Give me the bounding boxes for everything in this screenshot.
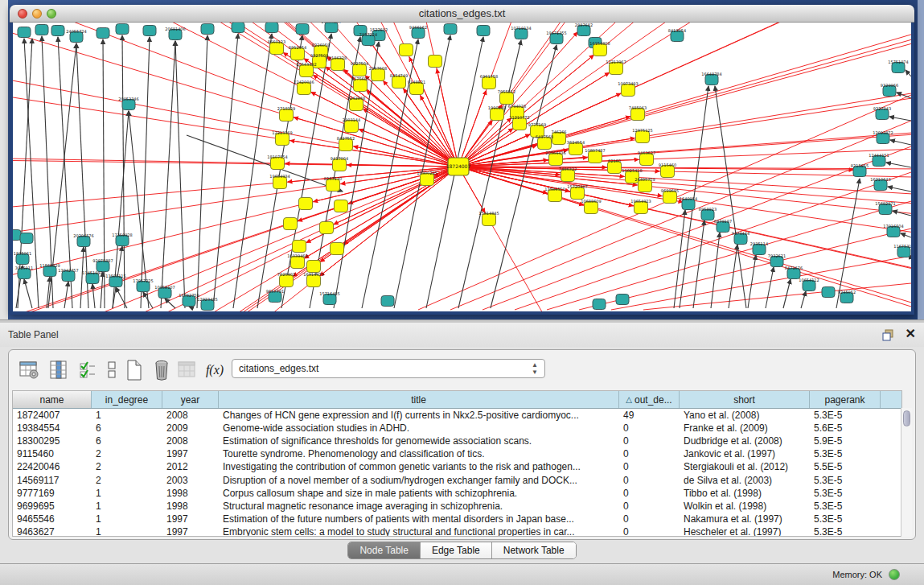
table-cell[interactable]: 2008 (162, 409, 219, 422)
graph-node[interactable] (331, 243, 344, 255)
table-cell[interactable]: 2008 (162, 435, 219, 447)
table-cell[interactable]: 1997 (162, 513, 219, 525)
table-cell[interactable]: 5.3E-5 (810, 513, 881, 525)
table-cell[interactable]: 0 (619, 525, 680, 537)
table-cell[interactable]: 5.3E-5 (810, 409, 881, 422)
graph-node[interactable] (400, 44, 413, 56)
table-cell[interactable]: 1 (92, 487, 162, 500)
table-scrollbar[interactable] (901, 408, 912, 537)
table-cell[interactable]: 6 (92, 422, 162, 435)
table-row[interactable]: 1456911722003Disruption of a novel membe… (13, 473, 901, 486)
table-cell[interactable]: 1997 (162, 525, 219, 537)
table-cell[interactable]: 9777169 (13, 487, 92, 500)
import-table-icon[interactable] (176, 360, 199, 381)
table-cell[interactable]: 9465546 (13, 513, 92, 525)
window-titlebar[interactable]: citations_edges.txt (10, 5, 914, 23)
row-height-icon[interactable] (101, 360, 123, 381)
table-cell[interactable]: Investigating the contribution of common… (219, 460, 619, 473)
table-row[interactable]: 946554611997Estimation of the future num… (13, 513, 901, 525)
graph-node[interactable] (284, 218, 298, 230)
graph-node[interactable] (116, 24, 129, 35)
table-settings-icon[interactable] (18, 360, 41, 381)
table-cell[interactable]: de Silva et al. (2003) (680, 474, 810, 487)
graph-node[interactable] (18, 27, 31, 38)
table-cell[interactable]: 5.3E-5 (810, 500, 881, 513)
table-cell[interactable]: 49 (619, 409, 680, 422)
scrollbar-thumb[interactable] (903, 410, 910, 426)
tab-node-table[interactable]: Node Table (348, 542, 421, 558)
table-cell[interactable]: Genome-wide association studies in ADHD. (219, 422, 619, 435)
column-header-out_de[interactable]: △out_de... (619, 391, 680, 408)
table-cell[interactable]: Embryonic stem cells: a model to study s… (219, 525, 619, 537)
table-cell[interactable]: 18300295 (13, 435, 92, 447)
table-cell[interactable]: 1 (92, 525, 162, 537)
show-column-icon[interactable] (47, 360, 70, 381)
graph-node[interactable] (307, 261, 321, 273)
column-header-short[interactable]: short (680, 391, 810, 408)
graph-node[interactable] (444, 24, 457, 35)
table-cell[interactable]: 0 (619, 422, 680, 435)
table-cell[interactable]: 5.3E-5 (810, 487, 881, 500)
table-row[interactable]: 969969511998Structural magnetic resonanc… (13, 500, 901, 513)
table-cell[interactable]: 5.9E-5 (810, 435, 881, 447)
table-row[interactable]: 1830029562008Estimation of significance … (13, 435, 901, 447)
close-icon[interactable]: ✕ (906, 327, 916, 341)
graph-node[interactable] (335, 200, 348, 212)
graph-node[interactable] (20, 233, 33, 244)
graph-node[interactable] (299, 198, 313, 210)
column-header-name[interactable]: name (13, 391, 92, 408)
table-cell[interactable]: Yano et al. (2008) (680, 409, 810, 422)
table-cell[interactable]: Hescheler et al. (1997) (680, 525, 810, 537)
function-builder-icon[interactable]: f(x) (203, 360, 226, 381)
table-cell[interactable]: 0 (619, 487, 680, 500)
column-header-year[interactable]: year (162, 391, 219, 408)
graph-node[interactable] (381, 296, 394, 307)
table-cell[interactable]: Disruption of a novel member of a sodium… (219, 474, 619, 487)
new-file-icon[interactable] (123, 360, 146, 381)
graph-node[interactable] (265, 23, 278, 33)
table-cell[interactable]: Estimation of significance thresholds fo… (219, 435, 619, 447)
table-row[interactable]: 1872400712008Changes of HCN gene express… (13, 409, 901, 422)
table-cell[interactable]: 2003 (162, 474, 219, 487)
table-cell[interactable]: 0 (619, 513, 680, 525)
table-selector-dropdown[interactable]: citations_edges.txt ▲▼ (232, 359, 545, 378)
graph-node[interactable] (593, 299, 606, 310)
table-cell[interactable]: 5.3E-5 (810, 447, 881, 460)
table-cell[interactable]: 2 (92, 447, 162, 460)
table-cell[interactable]: 1 (92, 513, 162, 525)
table-cell[interactable]: 14569117 (13, 474, 92, 487)
table-cell[interactable]: 0 (619, 500, 680, 513)
table-cell[interactable]: 1997 (162, 447, 219, 460)
table-cell[interactable]: Changes of HCN gene expression and I(f) … (219, 409, 619, 422)
table-cell[interactable]: Franke et al. (2009) (680, 422, 810, 435)
table-cell[interactable]: Stergiakouli et al. (2012) (680, 460, 810, 473)
table-cell[interactable]: Wolkin et al. (1998) (680, 500, 810, 513)
select-columns-icon[interactable] (76, 360, 99, 381)
graph-node[interactable] (143, 26, 156, 36)
graph-node[interactable] (35, 25, 48, 35)
table-cell[interactable]: 1 (92, 500, 162, 513)
graph-node[interactable] (293, 241, 306, 253)
memory-ok-indicator[interactable] (889, 569, 900, 580)
table-cell[interactable]: 0 (619, 435, 680, 447)
table-row[interactable]: 1938455462009Genome-wide association stu… (13, 422, 901, 435)
table-cell[interactable]: 9699695 (13, 500, 92, 513)
citation-network-graph[interactable]: 2405572420691406106532571527602946616210… (13, 23, 911, 311)
table-row[interactable]: 911546021997Tourette syndrome. Phenomeno… (13, 447, 901, 460)
table-cell[interactable]: Structural magnetic resonance image aver… (219, 500, 619, 513)
table-cell[interactable]: Jankovic et al. (1997) (680, 447, 810, 460)
table-row[interactable]: 946362711997Embryonic stem cells: a mode… (13, 525, 901, 537)
table-cell[interactable]: 5.6E-5 (810, 422, 881, 435)
table-cell[interactable]: 5.3E-5 (810, 525, 881, 537)
graph-node[interactable] (97, 28, 109, 39)
table-cell[interactable]: 18724007 (13, 409, 92, 422)
table-cell[interactable]: Estimation of the future numbers of pati… (219, 513, 619, 525)
graph-node[interactable] (296, 24, 309, 35)
table-cell[interactable]: 5.5E-5 (810, 460, 881, 473)
tab-edge-table[interactable]: Edge Table (421, 542, 492, 558)
table-cell[interactable]: Nakamura et al. (1997) (680, 513, 810, 525)
float-window-icon[interactable] (882, 328, 895, 341)
graph-node[interactable] (616, 295, 629, 305)
table-cell[interactable]: 0 (619, 460, 680, 473)
table-cell[interactable]: 2 (92, 474, 162, 487)
